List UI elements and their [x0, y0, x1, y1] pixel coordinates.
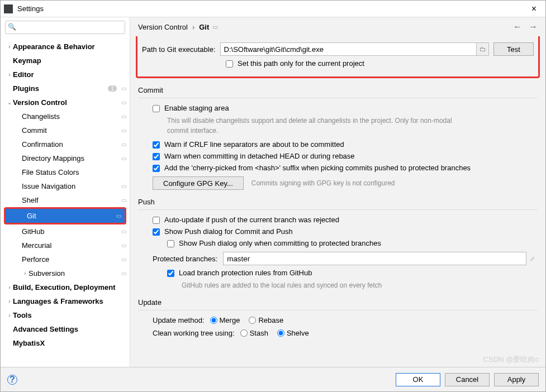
breadcrumb-parent[interactable]: Version Control — [138, 23, 188, 31]
cancel-button[interactable]: Cancel — [445, 373, 490, 386]
browse-folder-icon[interactable]: 🗀 — [477, 42, 489, 56]
warn-crlf-label: Warn if CRLF line separators are about t… — [164, 140, 344, 149]
project-marker-icon: ▭ — [212, 23, 218, 31]
tree-perforce[interactable]: Perforce▭ — [1, 252, 130, 266]
tree-git[interactable]: Git▭ — [6, 209, 125, 223]
content-area: Version Control › Git ▭ ← → Path to Git … — [130, 17, 545, 367]
tree-version-control[interactable]: ⌄Version Control▭ — [1, 95, 130, 109]
git-path-label: Path to Git executable: — [142, 45, 216, 54]
cherry-pick-checkbox[interactable] — [153, 165, 160, 172]
settings-window: Settings × 🔍 ›Appearance & Behavior Keym… — [0, 0, 546, 392]
breadcrumb: Version Control › Git ▭ ← → — [130, 17, 545, 36]
expand-icon[interactable]: ⤢ — [526, 255, 538, 262]
search-box: 🔍 — [5, 21, 125, 34]
staging-hint: This will disable changelists support an… — [167, 116, 458, 136]
breadcrumb-current: Git — [199, 23, 209, 31]
warn-crlf-checkbox[interactable] — [153, 141, 160, 149]
commit-section-title: Commit — [138, 86, 538, 94]
protected-branches-input[interactable] — [223, 252, 526, 265]
gpg-hint: Commits signing with GPG key is not conf… — [251, 179, 395, 187]
update-method-label: Update method: — [153, 316, 205, 324]
load-github-rules-checkbox[interactable] — [167, 270, 174, 277]
clean-tree-label: Clean working tree using: — [153, 329, 235, 337]
sidebar: 🔍 ›Appearance & Behavior Keymap ›Editor … — [1, 17, 130, 367]
github-rules-hint: GitHub rules are added to the local rule… — [182, 280, 472, 290]
push-section-title: Push — [138, 198, 538, 206]
enable-staging-checkbox[interactable] — [153, 105, 160, 112]
chevron-right-icon: › — [192, 23, 194, 31]
apply-button[interactable]: Apply — [494, 373, 539, 386]
clean-shelve-radio[interactable] — [277, 329, 284, 337]
settings-tree: ›Appearance & Behavior Keymap ›Editor Pl… — [1, 37, 130, 367]
search-icon: 🔍 — [8, 23, 16, 31]
tree-directory-mappings[interactable]: Directory Mappings▭ — [1, 151, 130, 165]
update-merge-option[interactable]: Merge — [210, 316, 240, 324]
warn-detached-checkbox[interactable] — [153, 153, 160, 160]
chevron-right-icon: › — [6, 44, 13, 50]
footer: ? OK Cancel Apply — [1, 367, 545, 391]
search-input[interactable] — [5, 21, 125, 34]
update-rebase-option[interactable]: Rebase — [249, 316, 283, 324]
tree-build[interactable]: ›Build, Execution, Deployment — [1, 280, 130, 294]
update-rebase-radio[interactable] — [249, 317, 256, 324]
enable-staging-label: Enable staging area — [164, 104, 229, 112]
close-icon[interactable]: × — [526, 4, 542, 14]
chevron-right-icon: › — [6, 71, 13, 78]
clean-shelve-option[interactable]: Shelve — [277, 329, 309, 337]
tree-issue-navigation[interactable]: Issue Navigation▭ — [1, 179, 130, 193]
tree-shelf[interactable]: Shelf▭ — [1, 193, 130, 207]
tree-confirmation[interactable]: Confirmation▭ — [1, 137, 130, 151]
show-push-dialog-checkbox[interactable] — [153, 228, 160, 236]
auto-update-checkbox[interactable] — [153, 217, 160, 224]
only-current-project-label: Set this path only for the current proje… — [238, 59, 364, 68]
git-path-highlight: Path to Git executable: 🗀 Test Set this … — [136, 36, 540, 78]
tree-file-status-colors[interactable]: File Status Colors — [1, 165, 130, 179]
update-merge-radio[interactable] — [210, 317, 217, 324]
tree-github[interactable]: GitHub▭ — [1, 224, 130, 238]
show-push-protected-label: Show Push dialog only when committing to… — [179, 239, 381, 247]
divider — [138, 209, 538, 210]
warn-detached-label: Warn when committing in detached HEAD or… — [164, 152, 355, 160]
only-current-project-checkbox[interactable] — [226, 60, 233, 68]
show-push-dialog-label: Show Push dialog for Commit and Push — [164, 227, 293, 236]
tree-keymap[interactable]: Keymap — [1, 54, 130, 68]
chevron-right-icon: › — [6, 284, 13, 290]
tree-changelists[interactable]: Changelists▭ — [1, 109, 130, 123]
tree-plugins[interactable]: Plugins1▭ — [1, 82, 130, 95]
load-github-rules-label: Load branch protection rules from GitHub — [179, 269, 312, 277]
update-section-title: Update — [138, 298, 538, 307]
tree-advanced[interactable]: Advanced Settings — [1, 322, 130, 336]
chevron-right-icon: › — [22, 270, 29, 276]
help-icon[interactable]: ? — [7, 375, 17, 385]
clean-stash-radio[interactable] — [240, 329, 248, 337]
back-arrow-icon[interactable]: ← — [513, 22, 522, 32]
clean-stash-option[interactable]: Stash — [240, 329, 268, 337]
protected-branches-label: Protected branches: — [153, 255, 217, 263]
git-highlight-box: Git▭ — [4, 207, 126, 224]
show-push-protected-checkbox[interactable] — [167, 240, 174, 247]
cherry-pick-label: Add the 'cherry-picked from <hash>' suff… — [164, 164, 471, 172]
tree-subversion[interactable]: ›Subversion▭ — [1, 266, 130, 280]
window-title: Settings — [17, 4, 526, 13]
tree-languages[interactable]: ›Languages & Frameworks — [1, 294, 130, 308]
project-marker-icon: ▭ — [121, 85, 126, 92]
tree-commit[interactable]: Commit▭ — [1, 123, 130, 137]
project-marker-icon: ▭ — [121, 99, 126, 106]
configure-gpg-button[interactable]: Configure GPG Key... — [153, 176, 244, 190]
chevron-right-icon: › — [6, 298, 13, 304]
tree-editor[interactable]: ›Editor — [1, 68, 130, 82]
body: 🔍 ›Appearance & Behavior Keymap ›Editor … — [1, 17, 545, 367]
tree-tools[interactable]: ›Tools — [1, 308, 130, 322]
auto-update-label: Auto-update if push of the current branc… — [164, 216, 339, 224]
chevron-right-icon: › — [6, 312, 13, 318]
tree-appearance[interactable]: ›Appearance & Behavior — [1, 40, 130, 54]
test-button[interactable]: Test — [493, 42, 534, 56]
forward-arrow-icon[interactable]: → — [529, 22, 538, 32]
git-path-input[interactable] — [220, 42, 477, 56]
chevron-down-icon: ⌄ — [6, 99, 13, 106]
tree-mercurial[interactable]: Mercurial▭ — [1, 238, 130, 252]
titlebar: Settings × — [1, 1, 545, 17]
tree-mybatisx[interactable]: MybatisX — [1, 336, 130, 350]
ok-button[interactable]: OK — [396, 373, 440, 386]
plugins-badge: 1 — [108, 85, 117, 92]
